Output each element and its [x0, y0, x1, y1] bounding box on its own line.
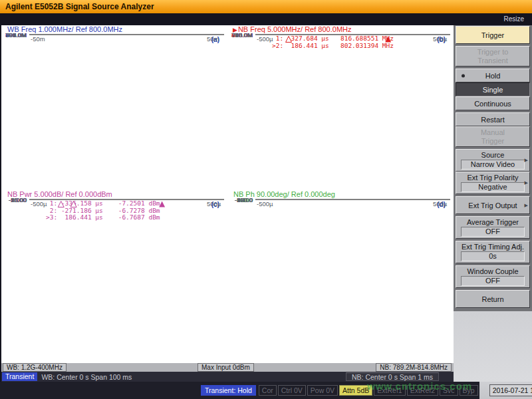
continuous-button[interactable]: Continuous: [456, 96, 530, 110]
trace-title-nb-pwr: NB Pwr 5.000dB/ Ref 0.000dBm: [1, 190, 227, 199]
trace-title-nb-freq: ▶NB Freq 5.000MHz/ Ref 800.0MHz: [227, 25, 454, 34]
manual-trigger-button: Manual Trigger: [456, 126, 530, 147]
sidebar-empty-area: [454, 311, 532, 382]
submenu-arrow-icon: ▶: [525, 203, 528, 208]
ext-trig-output-button[interactable]: Ext Trig Output ▶: [456, 196, 530, 214]
axis-marker-triangles: [29, 200, 223, 209]
return-button[interactable]: Return: [456, 290, 530, 308]
trigger-to-transient-button: Trigger to Transient: [456, 46, 530, 66]
ext-trig-polarity-value: Negative: [461, 182, 525, 192]
axis-marker-triangles: [255, 200, 449, 209]
x-axis-labels: -500µ 500µ: [1, 200, 227, 209]
status-flag-byp: Byp: [460, 385, 478, 396]
instrument-status-bar: Transient: Hold Cor Ctrl 0V Pow 0V Attn …: [0, 382, 532, 399]
window-title-bar: Agilent E5052B Signal Source Analyzer: [0, 0, 532, 13]
submenu-arrow-icon: ▶: [525, 180, 528, 186]
plot-panel-nb-pwr: NB Pwr 5.000dB/ Ref 0.000dBm 25.0020.001…: [1, 190, 227, 363]
wb-range-indicator: WB: 1.2G-400MHz: [3, 363, 66, 372]
trigger-state-badge: Transient: Hold: [201, 385, 256, 396]
source-button[interactable]: Source Narrow Video ▶: [456, 149, 530, 172]
status-flag-svc: Svc: [440, 385, 458, 396]
ext-trig-timing-adj-button[interactable]: Ext Trig Timing Adj. 0s: [456, 241, 530, 263]
average-trigger-value: OFF: [461, 227, 525, 237]
trace-title-wb-freq: WB Freq 1.000MHz/ Ref 800.0MHz: [1, 25, 227, 34]
x-axis-labels: -500µ 500µ: [227, 200, 454, 209]
top-strip: Resize: [0, 13, 532, 25]
max-input-indicator: Max Input 0dBm: [198, 363, 254, 372]
plot-panel-nb-freq: ▶NB Freq 5.000MHz/ Ref 800.0MHz 825.0M82…: [227, 25, 454, 190]
nb-sweep-text: NB: Center 0 s Span 1 ms: [346, 372, 439, 381]
window-couple-value: OFF: [461, 276, 525, 286]
single-button[interactable]: Single: [456, 82, 530, 96]
datetime-display: 2016-07-21 17:37: [489, 384, 532, 396]
axis-marker-triangles: [255, 35, 449, 44]
range-status-bar: WB: 1.2G-400MHz Max Input 0dBm NB: 789.2…: [1, 363, 454, 372]
resize-button[interactable]: Resize: [503, 15, 524, 23]
selected-dot-icon: [462, 74, 465, 77]
sweep-status-bar: Transient WB: Center 0 s Span 100 ms NB:…: [1, 372, 454, 382]
trace-title-nb-phase: NB Ph 90.00deg/ Ref 0.000deg: [227, 190, 454, 199]
source-value: Narrow Video: [461, 160, 525, 170]
ext-trig-timing-adj-value: 0s: [461, 251, 525, 261]
wb-sweep-text: WB: Center 0 s Span 100 ms: [41, 373, 132, 381]
status-flag-attn: Attn 5dB: [339, 385, 372, 396]
window-title: Agilent E5052B Signal Source Analyzer: [5, 2, 154, 11]
ext-trig-polarity-button[interactable]: Ext Trig Polarity Negative ▶: [456, 172, 530, 194]
status-flag-extref2: ExtRef2: [407, 385, 438, 396]
plot-panel-nb-phase: NB Ph 90.00deg/ Ref 0.000deg 450.0360.02…: [227, 190, 454, 363]
measurement-mode-badge: Transient: [2, 372, 37, 381]
clock-area: 2016-07-21 17:37: [479, 382, 532, 399]
nb-range-indicator: NB: 789.2M-814.8MHz: [376, 363, 452, 372]
hold-button[interactable]: Hold: [456, 68, 530, 82]
window-couple-button[interactable]: Window Couple OFF: [456, 265, 530, 288]
softkey-button-stack: Trigger Trigger to Transient Hold Single…: [454, 25, 532, 311]
x-axis-labels: -50m 50m: [1, 35, 227, 44]
status-flag-pow: Pow 0V: [307, 385, 338, 396]
status-flag-cor: Cor: [259, 385, 277, 396]
status-flag-extref1: ExtRef1: [374, 385, 405, 396]
plot-panel-wb-freq: WB Freq 1.000MHz/ Ref 800.0MHz 805.0M804…: [1, 25, 227, 190]
average-trigger-button[interactable]: Average Trigger OFF: [456, 216, 530, 239]
axis-marker-triangles: [29, 35, 223, 44]
restart-button[interactable]: Restart: [456, 112, 530, 126]
analyzer-screen: Agilent E5052B Signal Source Analyzer Re…: [0, 0, 532, 399]
x-axis-labels: -500µ 500µ: [227, 35, 454, 44]
measurement-plots-area: WB Freq 1.000MHz/ Ref 800.0MHz 805.0M804…: [1, 25, 454, 363]
status-flag-ctrl: Ctrl 0V: [278, 385, 306, 396]
trigger-menu-button[interactable]: Trigger: [456, 26, 530, 44]
submenu-arrow-icon: ▶: [525, 158, 528, 163]
softkey-sidebar: Trigger Trigger to Transient Hold Single…: [454, 25, 532, 382]
